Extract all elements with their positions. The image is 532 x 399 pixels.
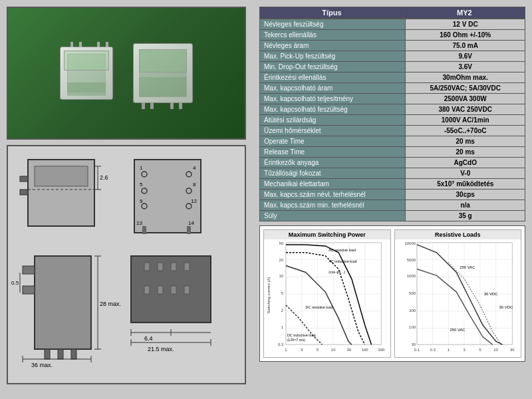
svg-text:5: 5 — [317, 348, 319, 352]
table-row: Max. kapcsolható áram5A/250VAC; 5A/30VDC — [260, 83, 525, 94]
chart-left-area: 50 20 10 5 2 1 0.3 1 3 5 10 30 100 300 — [264, 239, 390, 354]
svg-text:36 max.: 36 max. — [31, 362, 53, 368]
svg-text:1: 1 — [285, 348, 287, 352]
svg-rect-25 — [187, 226, 191, 234]
svg-text:30 VDC: 30 VDC — [499, 305, 513, 309]
value-cell: 30mOhm max. — [406, 72, 525, 83]
svg-text:0.1: 0.1 — [414, 348, 419, 352]
value-cell: n/a — [406, 200, 525, 211]
value-cell: 5x10⁷ működtetés — [406, 179, 525, 190]
param-cell: Max. Pick-Up feszültség — [260, 51, 406, 62]
svg-text:5: 5 — [479, 348, 481, 352]
schematic-svg: 2.6 1 4 5 8 9 12 13 14 — [8, 146, 247, 386]
svg-text:500: 500 — [409, 291, 416, 295]
table-row: Érintkezők anyagaAgCdO — [260, 158, 525, 168]
svg-text:30: 30 — [347, 348, 352, 352]
svg-text:5: 5 — [281, 291, 284, 295]
svg-text:250 VAC: 250 VAC — [460, 265, 475, 269]
svg-text:5: 5 — [140, 182, 143, 188]
value-cell: 12 V DC — [406, 19, 525, 30]
param-cell: Max. kapcsolható teljesítmény — [260, 94, 406, 104]
table-row: Operate Time20 ms — [260, 136, 525, 147]
svg-text:12: 12 — [191, 198, 197, 204]
value-cell: 30cps — [406, 190, 525, 200]
header-label-cell: Típus — [260, 7, 404, 19]
svg-text:50: 50 — [279, 241, 283, 245]
svg-text:(L/R=7 ms): (L/R=7 ms) — [287, 338, 305, 342]
table-row: Mechanikai élettartam5x10⁷ működtetés — [260, 179, 525, 190]
chart-right-area: 10000 5000 1000 500 300 100 30 0.1 0.3 1… — [395, 239, 521, 354]
svg-text:100: 100 — [409, 325, 416, 329]
svg-text:AC resistive load: AC resistive load — [329, 248, 356, 252]
param-cell: Tekercs ellenállás — [260, 30, 406, 41]
svg-text:1: 1 — [281, 325, 283, 329]
svg-text:DC inductive load: DC inductive load — [287, 333, 315, 337]
param-cell: Max. kapcsolható áram — [260, 83, 406, 94]
svg-rect-47 — [144, 286, 150, 294]
relay-image-2 — [133, 43, 193, 103]
svg-rect-30 — [58, 349, 63, 359]
svg-rect-29 — [45, 349, 50, 359]
table-row: Max. kapcs.szám min. terhelésnéln/a — [260, 200, 525, 211]
svg-text:0.5: 0.5 — [11, 280, 19, 286]
value-cell: 20 ms — [406, 147, 525, 158]
param-cell: Max. kapcs.szám min. terhelésnél — [260, 200, 406, 211]
svg-text:100: 100 — [362, 348, 369, 352]
value-cell: -55oC..+70oC — [406, 126, 525, 136]
svg-rect-3 — [20, 176, 28, 182]
svg-text:Switching current (A): Switching current (A) — [267, 277, 271, 314]
svg-text:28 max.: 28 max. — [100, 301, 121, 307]
param-cell: Üzemi hőmérséklet — [260, 126, 406, 136]
svg-text:10: 10 — [493, 348, 498, 352]
table-row: Névleges feszültség12 V DC — [260, 19, 525, 30]
table-row: Max. kapcsolható feszültség380 VAC 250VD… — [260, 104, 525, 115]
chart-left-title: Maximum Switching Power — [264, 230, 390, 239]
value-cell: 1000V AC/1min — [406, 115, 525, 126]
svg-text:0.3: 0.3 — [430, 348, 436, 352]
svg-text:3: 3 — [301, 348, 303, 352]
svg-text:0.3: 0.3 — [278, 342, 284, 346]
svg-rect-49 — [171, 286, 176, 294]
svg-text:10: 10 — [331, 348, 336, 352]
svg-text:13: 13 — [136, 220, 142, 226]
param-cell: Súly — [260, 211, 406, 221]
svg-text:4: 4 — [193, 165, 196, 171]
svg-text:300: 300 — [378, 348, 385, 352]
param-cell: Max. kapcsolható feszültség — [260, 104, 406, 115]
svg-text:10: 10 — [279, 274, 283, 278]
param-cell: Érintkezők anyaga — [260, 158, 406, 168]
table-header-row: Típus MY2 — [260, 7, 525, 19]
table-row: Érintkezési ellenállás30mOhm max. — [260, 72, 525, 83]
svg-rect-1 — [35, 166, 88, 186]
svg-text:30: 30 — [411, 342, 416, 346]
svg-text:2.6: 2.6 — [100, 174, 108, 181]
table-row: Üzemi hőmérséklet-55oC..+70oC — [260, 126, 525, 136]
value-cell: 3.6V — [406, 62, 525, 72]
chart-resistive-loads: Resistive Loads — [394, 229, 522, 358]
param-cell: Operate Time — [260, 136, 406, 147]
right-panel: Típus MY2 Névleges feszültség12 V DCTeke… — [259, 7, 525, 392]
relay-photo — [8, 8, 245, 138]
value-cell: 75.0 mA — [406, 41, 525, 51]
param-cell: Mechanikai élettartam — [260, 179, 406, 190]
relay-image-1 — [60, 47, 113, 100]
chart-left-svg: 50 20 10 5 2 1 0.3 1 3 5 10 30 100 300 — [264, 239, 390, 354]
table-row: Átütési szilárdság1000V AC/1min — [260, 115, 525, 126]
value-cell: 20 ms — [406, 136, 525, 147]
table-row: Max. kapcs.szám névl. terhelésnél30cps — [260, 190, 525, 200]
table-row: Max. Pick-Up feszültség9.6V — [260, 51, 525, 62]
svg-rect-28 — [23, 286, 35, 294]
svg-rect-59 — [286, 243, 381, 344]
svg-text:5000: 5000 — [406, 258, 416, 262]
table-row: Release Time20 ms — [260, 147, 525, 158]
svg-text:14: 14 — [188, 220, 194, 226]
left-panel: 2.6 1 4 5 8 9 12 13 14 — [7, 7, 253, 392]
svg-rect-27 — [23, 266, 35, 274]
param-cell: Min. Drop-Out feszültség — [260, 62, 406, 72]
svg-rect-48 — [158, 286, 163, 294]
svg-text:(cos φ=...): (cos φ=...) — [329, 270, 345, 274]
value-cell: 2500VA 300W — [406, 94, 525, 104]
value-cell: 160 Ohm +/-10% — [406, 30, 525, 41]
value-cell: 35 g — [406, 211, 525, 221]
svg-text:2: 2 — [281, 309, 283, 313]
